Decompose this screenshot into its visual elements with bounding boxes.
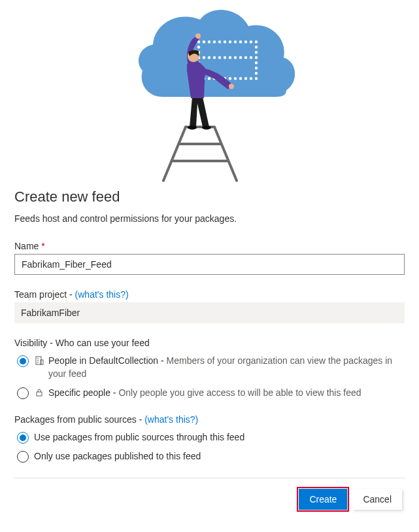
svg-point-56 (202, 126, 211, 130)
public-sources-radio-use[interactable] (17, 432, 29, 444)
organization-icon (34, 355, 44, 366)
svg-point-33 (254, 62, 257, 64)
divider (14, 478, 405, 478)
svg-point-19 (233, 77, 236, 80)
svg-line-48 (214, 127, 237, 181)
svg-point-45 (244, 56, 246, 59)
svg-point-21 (244, 77, 246, 80)
page-title: Create new feed (14, 188, 405, 205)
svg-point-24 (197, 46, 199, 48)
svg-point-10 (249, 41, 252, 43)
svg-point-44 (239, 56, 241, 59)
visibility-option-specific-desc: Only people you give access to will be a… (118, 387, 361, 398)
svg-point-4 (218, 41, 220, 43)
name-label: Name * (14, 241, 405, 251)
create-button[interactable]: Create (299, 489, 347, 510)
team-project-value: FabrikamFiber (14, 302, 405, 323)
lock-icon (34, 387, 44, 398)
svg-point-22 (249, 77, 252, 80)
public-sources-label: Packages from public sources - (what's t… (14, 414, 405, 425)
svg-point-41 (223, 56, 226, 59)
svg-point-52 (195, 33, 201, 39)
svg-point-7 (233, 41, 236, 43)
svg-point-23 (254, 77, 257, 80)
cancel-button[interactable]: Cancel (352, 489, 402, 510)
svg-point-34 (254, 67, 257, 69)
svg-rect-62 (37, 392, 42, 396)
svg-point-14 (207, 77, 210, 80)
svg-point-43 (233, 56, 236, 59)
visibility-radio-specific[interactable] (17, 387, 29, 399)
svg-point-8 (239, 41, 241, 43)
visibility-label: Visibility - Who can use your feed (14, 338, 405, 348)
public-sources-radio-group: Use packages from public sources through… (14, 431, 405, 463)
name-input[interactable] (14, 254, 405, 275)
page-subtitle: Feeds host and control permissions for y… (14, 213, 405, 224)
visibility-option-collection-title: People in DefaultCollection - (48, 355, 167, 366)
svg-point-3 (212, 41, 215, 43)
hero-illustration (0, 0, 419, 183)
svg-point-53 (229, 84, 234, 89)
public-sources-option-only: Only use packages published to this feed (34, 450, 201, 463)
team-project-label: Team project - (what's this?) (14, 289, 405, 300)
svg-point-38 (207, 56, 210, 59)
public-sources-whats-this-link[interactable]: (what's this?) (144, 414, 198, 425)
svg-line-47 (163, 127, 186, 181)
svg-point-42 (228, 56, 231, 59)
public-sources-option-use: Use packages from public sources through… (34, 431, 244, 444)
svg-point-39 (212, 56, 215, 59)
svg-point-46 (249, 56, 252, 59)
svg-point-32 (254, 56, 257, 59)
svg-point-30 (254, 46, 257, 48)
svg-point-2 (207, 41, 210, 43)
svg-point-6 (228, 41, 231, 43)
svg-point-18 (228, 77, 231, 80)
svg-point-35 (254, 72, 257, 75)
team-project-whats-this-link[interactable]: (what's this?) (75, 289, 129, 300)
svg-point-9 (244, 41, 246, 43)
visibility-radio-collection[interactable] (17, 355, 29, 367)
visibility-radio-group: People in DefaultCollection - Members of… (14, 355, 405, 400)
public-sources-radio-only[interactable] (17, 451, 29, 463)
svg-point-11 (254, 41, 257, 43)
svg-point-5 (223, 41, 226, 43)
svg-point-1 (202, 41, 205, 43)
svg-point-20 (239, 77, 241, 80)
svg-point-31 (254, 51, 257, 54)
svg-point-40 (218, 56, 220, 59)
svg-point-55 (188, 126, 197, 130)
svg-point-37 (202, 56, 205, 59)
visibility-option-specific-title: Specific people - (48, 387, 118, 398)
